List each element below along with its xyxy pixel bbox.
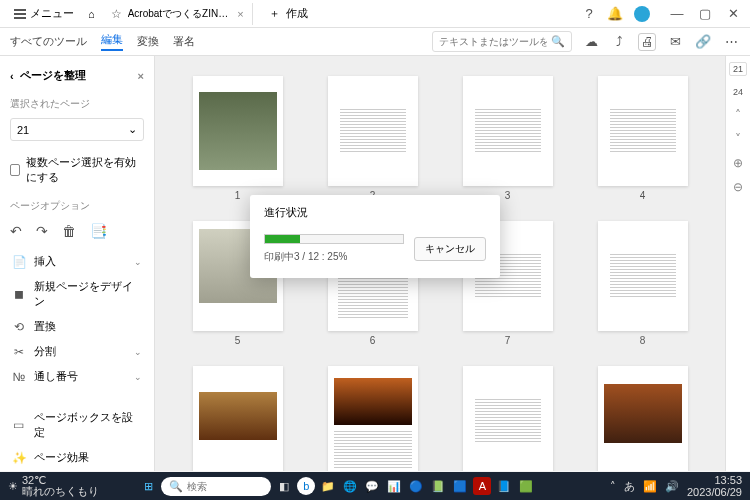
bell-icon[interactable]: 🔔: [608, 7, 622, 21]
sidebar-item[interactable]: ✨ページ効果: [10, 445, 144, 470]
sidebar-item[interactable]: ▭ページボックスを設定: [10, 405, 144, 445]
weather-widget[interactable]: ☀ 32℃晴れのちくもり: [8, 475, 99, 497]
help-icon[interactable]: ?: [582, 7, 596, 21]
app2-icon[interactable]: 📗: [429, 477, 447, 495]
page-number: 5: [235, 335, 241, 346]
cloud-icon[interactable]: ☁: [582, 33, 600, 51]
tool-edit[interactable]: 編集: [101, 32, 123, 51]
clock[interactable]: 13:53 2023/06/29: [687, 474, 742, 498]
sidebar-close-icon[interactable]: ×: [138, 70, 144, 82]
item-icon: ◼: [12, 287, 26, 301]
tool-sign[interactable]: 署名: [173, 34, 195, 49]
back-icon[interactable]: ‹: [10, 70, 14, 82]
app-icon[interactable]: 📊: [385, 477, 403, 495]
explorer-icon[interactable]: 📁: [319, 477, 337, 495]
item-icon: ⟲: [12, 320, 26, 334]
delete-icon[interactable]: 🗑: [62, 223, 76, 239]
item-label: 通し番号: [34, 369, 78, 384]
start-icon[interactable]: ⊞: [139, 477, 157, 495]
rail-down-icon[interactable]: ˅: [735, 132, 741, 146]
sidebar-item[interactable]: ✂分割⌄: [10, 339, 144, 364]
page-thumbnail[interactable]: 12: [590, 366, 695, 471]
sidebar-item[interactable]: №通し番号⌄: [10, 364, 144, 389]
app5-icon[interactable]: 🟩: [517, 477, 535, 495]
page-number: 3: [505, 190, 511, 201]
page-thumbnail[interactable]: 4: [590, 76, 695, 201]
item-icon: ✂: [12, 345, 26, 359]
chrome-icon[interactable]: 🔵: [407, 477, 425, 495]
chevron-icon: ⌄: [134, 347, 142, 357]
wifi-icon[interactable]: 📶: [643, 480, 657, 493]
chevron-down-icon: ⌄: [128, 123, 137, 136]
sidebar-item[interactable]: ⟲置換: [10, 314, 144, 339]
total-pages: 24: [730, 86, 746, 98]
multi-select-label: 複数ページ選択を有効にする: [26, 155, 144, 185]
page-thumbnail[interactable]: 9: [185, 366, 290, 471]
page-thumbnail[interactable]: 1: [185, 76, 290, 201]
progress-dialog: 進行状況 印刷中3 / 12 : 25% キャンセル: [250, 195, 500, 278]
bing-icon[interactable]: b: [297, 477, 315, 495]
extract-icon[interactable]: 📑: [90, 223, 107, 239]
page-select[interactable]: 21 ⌄: [10, 118, 144, 141]
search-box[interactable]: 🔍: [432, 31, 572, 52]
page-thumbnail[interactable]: 10: [320, 366, 425, 471]
teams-icon[interactable]: 💬: [363, 477, 381, 495]
hamburger-menu[interactable]: メニュー: [8, 4, 80, 23]
item-icon: ▭: [12, 418, 26, 432]
close-window-icon[interactable]: ✕: [726, 7, 740, 21]
progress-status: 印刷中3 / 12 : 25%: [264, 250, 404, 264]
ime-icon[interactable]: あ: [624, 479, 635, 494]
weather-text: 晴れのちくもり: [22, 486, 99, 497]
item-label: ページボックスを設定: [34, 410, 142, 440]
edge-icon[interactable]: 🌐: [341, 477, 359, 495]
checkbox-icon: [10, 164, 20, 176]
tool-convert[interactable]: 変換: [137, 34, 159, 49]
new-tab-label: 作成: [286, 6, 308, 21]
app4-icon[interactable]: 📘: [495, 477, 513, 495]
taskbar: ☀ 32℃晴れのちくもり ⊞ 🔍 ◧ b 📁 🌐 💬 📊 🔵 📗 🟦 A 📘 🟩…: [0, 472, 750, 500]
avatar[interactable]: [634, 6, 650, 22]
rail-zoom-icon[interactable]: ⊖: [733, 180, 743, 194]
taskbar-search-input[interactable]: [187, 481, 263, 492]
selected-pages-label: 選択されたページ: [10, 97, 144, 111]
more-icon[interactable]: ⋯: [722, 33, 740, 51]
rail-pan-icon[interactable]: ⊕: [733, 156, 743, 170]
rail-up-icon[interactable]: ˄: [735, 108, 741, 122]
progress-bar: [264, 234, 404, 244]
taskview-icon[interactable]: ◧: [275, 477, 293, 495]
document-tab[interactable]: ☆ AcrobatでつくるZINE.p... ×: [103, 3, 253, 25]
maximize-icon[interactable]: ▢: [698, 7, 712, 21]
rotate-left-icon[interactable]: ↶: [10, 223, 22, 239]
search-input[interactable]: [439, 36, 547, 47]
link-icon[interactable]: 🔗: [694, 33, 712, 51]
page-number: 7: [505, 335, 511, 346]
page-thumbnail[interactable]: 3: [455, 76, 560, 201]
multi-select-check[interactable]: 複数ページ選択を有効にする: [10, 151, 144, 189]
minimize-icon[interactable]: —: [670, 7, 684, 21]
item-label: 新規ページをデザイン: [34, 279, 142, 309]
print-icon[interactable]: 🖨: [638, 33, 656, 51]
taskbar-search[interactable]: 🔍: [161, 477, 271, 496]
time: 13:53: [687, 474, 742, 486]
new-tab[interactable]: ＋ 作成: [261, 2, 316, 25]
page-thumbnail[interactable]: 11: [455, 366, 560, 471]
page-thumbnail[interactable]: 8: [590, 221, 695, 346]
tray-chevron-icon[interactable]: ˄: [610, 480, 616, 493]
mail-icon[interactable]: ✉: [666, 33, 684, 51]
app3-icon[interactable]: 🟦: [451, 477, 469, 495]
home-icon[interactable]: ⌂: [88, 8, 95, 20]
volume-icon[interactable]: 🔊: [665, 480, 679, 493]
chevron-icon: ⌄: [134, 257, 142, 267]
sidebar-item[interactable]: 📄挿入⌄: [10, 249, 144, 274]
close-tab-icon[interactable]: ×: [237, 8, 243, 20]
cancel-button[interactable]: キャンセル: [414, 237, 486, 261]
sidebar-item[interactable]: ◼新規ページをデザイン: [10, 274, 144, 314]
share-icon[interactable]: ⤴: [610, 33, 628, 51]
page-thumbnail[interactable]: 2: [320, 76, 425, 201]
rotate-right-icon[interactable]: ↷: [36, 223, 48, 239]
tool-all[interactable]: すべてのツール: [10, 34, 87, 49]
item-label: ページ効果: [34, 450, 89, 465]
sidebar-item[interactable]: ▤ページテンプレート: [10, 470, 144, 471]
acrobat-icon[interactable]: A: [473, 477, 491, 495]
current-page-indicator[interactable]: 21: [729, 62, 747, 76]
